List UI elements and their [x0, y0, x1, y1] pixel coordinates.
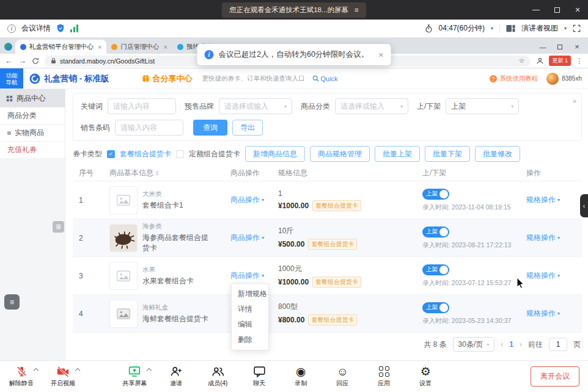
tutorial-link[interactable]: ? 系统使用教程	[490, 74, 538, 83]
product-image	[109, 224, 138, 252]
shelf-toggle[interactable]: 上架	[422, 264, 449, 275]
prev-page-icon[interactable]: ‹	[501, 340, 503, 349]
more-menu-icon[interactable]: ⋮	[576, 57, 583, 65]
tab-close-icon[interactable]: ×	[163, 43, 167, 51]
sidebar-section-goods-center[interactable]: 商品中心	[0, 89, 65, 107]
function-nav-box[interactable]: 功能 导航	[0, 68, 23, 89]
brand-select[interactable]: 请选择或输入 ▾	[219, 98, 292, 114]
leave-meeting-button[interactable]: 离开会议	[531, 366, 579, 387]
category-select[interactable]: 请选择或输入 ▾	[335, 98, 408, 114]
profile-icon[interactable]	[536, 57, 544, 65]
user-menu[interactable]: 8385xh	[546, 73, 582, 85]
collapse-panel-icon[interactable]: »	[573, 97, 576, 104]
chat-control[interactable]: 聊天	[246, 365, 272, 388]
close-button[interactable]: ×	[567, 0, 588, 20]
video-options-chevron-icon[interactable]	[75, 368, 80, 373]
toggle-label: 上架	[422, 190, 438, 198]
col-info-label: 商品基本信息	[109, 169, 153, 177]
keyword-input[interactable]	[108, 98, 176, 114]
back-icon[interactable]: ←	[5, 57, 13, 65]
chevron-down-icon: ▾	[262, 197, 264, 203]
shelf-select[interactable]: 上架 ▾	[446, 98, 519, 114]
spec-manage-button[interactable]: 商品规格管理	[310, 146, 370, 162]
barcode-input[interactable]	[115, 120, 183, 136]
members-control[interactable]: 成员(4)	[205, 365, 230, 388]
share-center-link[interactable]: 合分享中心	[141, 73, 193, 84]
menu-item-details[interactable]: 详情	[232, 302, 268, 317]
meeting-details-link[interactable]: 会议详情	[21, 23, 51, 34]
maximize-button[interactable]	[546, 0, 567, 20]
shelf-toggle[interactable]: 上架	[422, 302, 449, 313]
current-page[interactable]: 1	[509, 340, 513, 349]
forward-icon[interactable]: →	[18, 57, 26, 65]
col-shelf: 上/下架	[419, 168, 523, 178]
tab-label: 门店管理中心	[120, 43, 159, 51]
product-operate-link-open[interactable]: 商品操作▾	[230, 270, 264, 281]
share-screen-control[interactable]: 共享屏幕	[122, 365, 147, 388]
combo-card-checkbox[interactable]: ✓	[107, 150, 115, 158]
batch-edit-button[interactable]: 批量修改	[475, 146, 520, 162]
add-product-button[interactable]: 新增商品信息	[245, 146, 305, 162]
batch-off-shelf-button[interactable]: 批量下架	[425, 146, 470, 162]
reload-icon[interactable]	[32, 57, 39, 65]
product-operate-link[interactable]: 商品操作▾	[230, 233, 264, 243]
floating-chat-icon[interactable]: ≡	[4, 294, 20, 310]
browser-tab-active[interactable]: 礼盒营销平台管理中心 ×	[15, 40, 106, 54]
sidebar-item-physical-goods[interactable]: 实物商品	[0, 125, 65, 142]
spec-operate-link[interactable]: 规格操作▾	[526, 270, 560, 281]
browser-logo-icon[interactable]	[4, 43, 12, 51]
side-panel-handle[interactable]: ‹	[580, 194, 588, 217]
browser-maximize-button[interactable]	[551, 43, 568, 51]
batch-on-shelf-button[interactable]: 批量上架	[375, 146, 420, 162]
next-page-icon[interactable]: ›	[520, 340, 522, 349]
product-operate-menu: 新增规格 详情 编辑 删除	[231, 283, 269, 350]
spec-operate-link[interactable]: 规格操作▾	[526, 195, 560, 205]
view-mode-chevron-icon[interactable]: ▾	[564, 26, 567, 31]
sidebar-item-recharge-coupon[interactable]: 充值礼券	[0, 142, 65, 159]
banner-menu-icon[interactable]: ≡	[355, 6, 359, 13]
fullscreen-icon[interactable]	[573, 24, 581, 32]
menu-item-delete[interactable]: 删除	[232, 332, 268, 347]
mic-options-chevron-icon[interactable]	[34, 368, 39, 373]
bookmark-star-icon[interactable]: ☆	[519, 57, 525, 65]
browser-minimize-button[interactable]: —	[534, 43, 551, 51]
toast-close-icon[interactable]: ×	[378, 50, 383, 60]
view-mode-selector[interactable]: 演讲者视图	[521, 23, 558, 34]
shelf-toggle[interactable]: 上架	[422, 227, 449, 238]
meeting-toolbar-right: 04:47(60分钟) ▾ 演讲者视图 ▾	[425, 23, 581, 34]
sidebar-item-goods-category[interactable]: 商品分类	[0, 107, 65, 125]
browser-close-button[interactable]: ×	[568, 42, 586, 51]
quick-search-link[interactable]: Quick	[312, 75, 338, 82]
brand-label: 预售品牌	[185, 101, 214, 112]
reaction-control[interactable]: ☺ 回应	[329, 365, 355, 388]
spec-operate-link[interactable]: 规格操作▾	[526, 233, 560, 243]
start-video-control[interactable]: 开启视频	[50, 365, 76, 388]
sort-icon[interactable]: ▲▼	[155, 170, 159, 176]
menu-item-add-spec[interactable]: 新增规格	[232, 286, 268, 302]
apps-control[interactable]: 应用	[371, 365, 397, 388]
product-op-cell: 商品操作▾	[216, 233, 274, 243]
goto-page-input[interactable]	[549, 338, 567, 351]
record-control[interactable]: ◉ 录制	[288, 365, 314, 388]
shelf-toggle[interactable]: 上架	[422, 189, 449, 200]
tab-close-icon[interactable]: ×	[98, 43, 101, 51]
update-badge[interactable]: 更新 1	[549, 56, 571, 66]
page-size-select[interactable]: 30条/页 ▾	[453, 337, 495, 352]
invite-control[interactable]: 邀请	[163, 365, 189, 388]
spec-operate-link[interactable]: 规格操作▾	[526, 308, 560, 319]
settings-label: 设置	[419, 379, 432, 388]
browser-tab[interactable]: 门店管理中心 ×	[106, 40, 172, 54]
product-operate-link[interactable]: 商品操作▾	[230, 195, 264, 205]
export-button[interactable]: 导出	[232, 120, 263, 136]
settings-control[interactable]: ⚙ 设置	[413, 365, 438, 388]
unmute-control[interactable]: 解除静音	[9, 365, 34, 388]
unmute-label: 解除静音	[9, 379, 34, 388]
fixed-card-checkbox[interactable]	[176, 150, 184, 158]
drag-grip-icon[interactable]: ≣	[53, 221, 64, 233]
timer-chevron-icon[interactable]: ▾	[491, 26, 493, 31]
minimize-button[interactable]: —	[526, 0, 546, 20]
share-options-chevron-icon[interactable]	[147, 368, 152, 373]
record-icon: ◉	[296, 365, 306, 378]
menu-item-edit[interactable]: 编辑	[232, 317, 268, 332]
search-button[interactable]: 查询	[193, 120, 227, 136]
